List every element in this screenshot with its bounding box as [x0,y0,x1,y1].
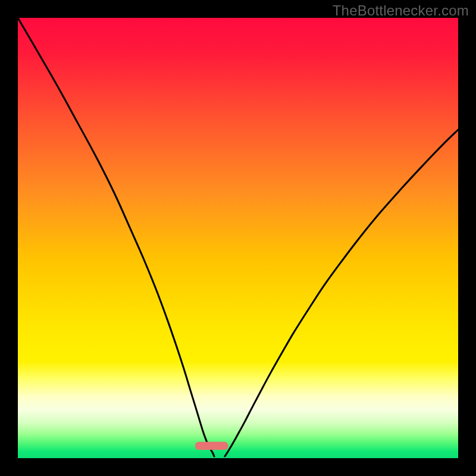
watermark-text: TheBottlenecker.com [333,2,469,19]
optimal-marker [195,442,228,450]
gradient-background [18,18,458,458]
bottleneck-chart [18,18,458,458]
plot-frame [18,18,458,458]
